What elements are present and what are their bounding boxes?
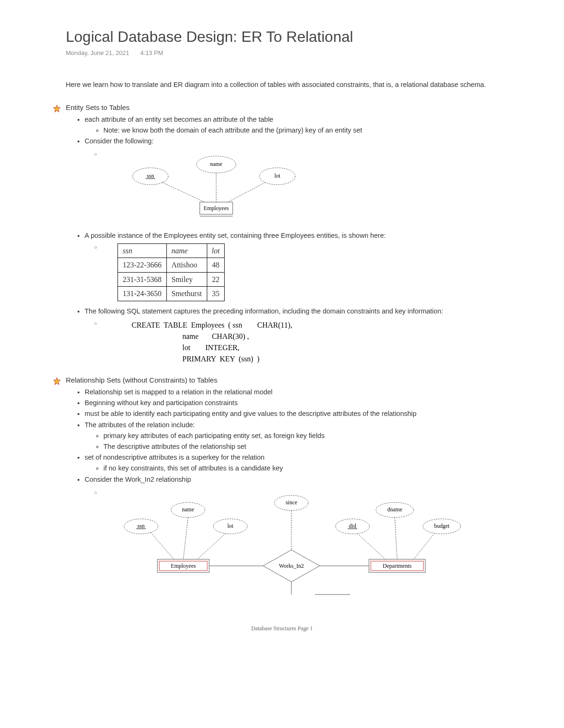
svg-text:budget: budget: [434, 523, 450, 529]
list-item: The following SQL statement captures the…: [85, 306, 522, 317]
svg-line-43: [357, 533, 385, 559]
table-row: 123-22-3666Attishoo48: [118, 258, 225, 273]
intro-paragraph: Here we learn how to translate and ER di…: [66, 80, 522, 90]
diagram-container: ssn name lot Employees: [103, 150, 522, 226]
list-item: primary key attributes of each participa…: [103, 431, 522, 441]
svg-text:Employees: Employees: [171, 563, 196, 569]
star-icon: [53, 104, 61, 113]
svg-text:since: since: [286, 499, 298, 506]
svg-line-41: [197, 533, 226, 559]
list-item: Relationship set is mapped to a relation…: [85, 387, 522, 398]
svg-line-44: [395, 517, 397, 559]
list-item: must be able to identify each participat…: [85, 408, 522, 419]
svg-line-40: [183, 517, 188, 559]
er-diagram-employees: ssn name lot Employees: [122, 150, 329, 226]
section-heading-relationship-sets: Relationship Sets (without Constraints) …: [66, 376, 522, 384]
table-header: name: [166, 243, 207, 258]
svg-marker-0: [54, 105, 61, 112]
svg-text:name: name: [210, 161, 222, 167]
page-footer: Database Structures Page 1: [0, 625, 564, 632]
list-item: Note: we know both the domain of each at…: [103, 125, 522, 136]
table-header: lot: [207, 243, 225, 258]
list-item: each attribute of an entity set becomes …: [85, 114, 522, 136]
sql-container: CREATE TABLE Employees ( ssn CHAR(11), n…: [103, 320, 522, 365]
svg-text:name: name: [182, 506, 194, 513]
table-row: 231-31-5368Smiley22: [118, 272, 225, 287]
svg-text:Works_In2: Works_In2: [279, 563, 304, 569]
meta-date: Monday, June 21, 2021: [66, 49, 129, 56]
svg-text:ssn: ssn: [147, 172, 154, 179]
page-title: Logical Database Design: ER To Relationa…: [66, 28, 522, 46]
diagram-container: ssn name lot since did dname budget Empl…: [103, 489, 522, 597]
list-item: A possible instance of the Employees ent…: [85, 230, 522, 241]
svg-text:Employees: Employees: [204, 205, 229, 211]
svg-line-45: [414, 533, 435, 559]
page-meta: Monday, June 21, 2021 4:13 PM: [66, 49, 522, 56]
svg-line-11: [162, 182, 204, 202]
list-item: set of nondescriptive attributes is a su…: [85, 452, 522, 474]
table-container: ssn name lot 123-22-3666Attishoo48 231-3…: [103, 243, 522, 301]
svg-marker-14: [54, 378, 61, 385]
svg-line-39: [150, 532, 174, 559]
svg-text:did: did: [349, 523, 356, 529]
table-row: 131-24-3650Smethurst35: [118, 287, 225, 301]
er-diagram-works-in2: ssn name lot since did dname budget Empl…: [113, 489, 470, 597]
svg-text:lot: lot: [274, 172, 281, 179]
list-item: The descriptive attributes of the relati…: [103, 441, 522, 452]
list-item: The attributes of the relation include: …: [85, 420, 522, 453]
svg-text:dname: dname: [387, 506, 402, 513]
list-item: Beginning without key and participation …: [85, 398, 522, 408]
employees-table: ssn name lot 123-22-3666Attishoo48 231-3…: [118, 243, 225, 301]
svg-text:ssn: ssn: [137, 523, 144, 529]
list-item: Consider the Work_In2 relationship: [85, 474, 522, 485]
list-item: Consider the following:: [85, 136, 522, 147]
svg-text:Departments: Departments: [383, 563, 412, 569]
meta-time: 4:13 PM: [141, 49, 163, 56]
svg-line-13: [228, 182, 266, 202]
sql-code: CREATE TABLE Employees ( ssn CHAR(11), n…: [132, 320, 522, 365]
svg-text:lot: lot: [227, 523, 234, 529]
star-icon: [53, 377, 61, 385]
list-item: if no key constraints, this set of attri…: [103, 463, 522, 474]
table-header: ssn: [118, 243, 167, 258]
section-heading-entity-sets: Entity Sets to Tables: [66, 103, 522, 111]
